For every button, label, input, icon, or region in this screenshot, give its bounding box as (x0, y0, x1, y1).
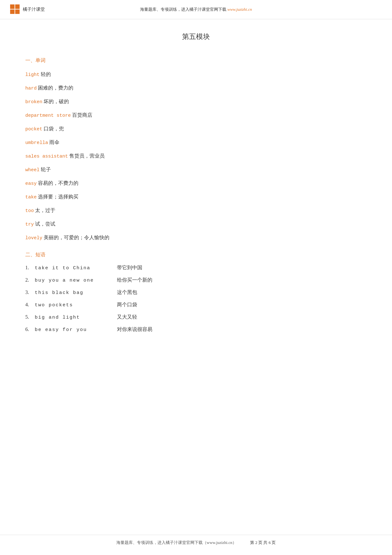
vocab-english-1: hard (25, 86, 37, 91)
svg-rect-0 (10, 4, 15, 9)
phrase-item: 5. big and light 又大又轻 (25, 314, 367, 321)
header-tagline: 海量题库、专项训练，进入橘子汁课堂官网下载 www.juzizhi.cn (140, 7, 252, 12)
footer-page-info: 第 2 页 共 6 页 (250, 540, 276, 545)
vocab-item: broken 坏的，破的 (25, 97, 367, 106)
vocab-item: wheel 轮子 (25, 165, 367, 174)
vocab-chinese-7: 轮子 (41, 167, 51, 172)
phrase-num-5: 6. (25, 327, 35, 332)
vocab-english-6: sales assistant (25, 154, 68, 159)
page-title: 第五模块 (25, 32, 367, 41)
phrase-english-2: this black bag (35, 290, 111, 296)
vocab-item: too 太，过于 (25, 206, 367, 215)
vocab-item: department store 百货商店 (25, 111, 367, 120)
vocab-english-10: too (25, 208, 34, 214)
logo-text: 橘子汁课堂 (23, 7, 45, 12)
phrase-item: 2. buy you a new one 给你买一个新的 (25, 277, 367, 284)
phrase-chinese-5: 对你来说很容易 (117, 326, 152, 333)
phrase-english-5: be easy for you (35, 327, 111, 333)
phrase-num-2: 3. (25, 290, 35, 295)
header-website: www.juzizhi.cn (227, 7, 252, 12)
vocab-item: umbrella 雨伞 (25, 138, 367, 147)
vocab-english-4: pocket (25, 127, 42, 132)
page-footer: 海量题库、专项训练，进入橘子汁课堂官网下载（www.juzizhi.cn） 第 … (0, 535, 392, 546)
vocab-english-0: light (25, 72, 40, 78)
vocab-english-11: try (25, 222, 34, 227)
vocab-chinese-6: 售货员，营业员 (69, 153, 105, 159)
phrase-chinese-0: 带它到中国 (117, 265, 142, 271)
phrase-english-3: two pockets (35, 302, 111, 308)
vocab-item: pocket 口袋，兜 (25, 125, 367, 133)
vocab-item: easy 容易的，不费力的 (25, 179, 367, 188)
phrase-num-3: 4. (25, 302, 35, 308)
logo-area: 橘子汁课堂 (9, 4, 45, 15)
svg-rect-1 (15, 4, 20, 9)
logo-icon (9, 4, 21, 15)
vocab-chinese-9: 选择要；选择购买 (38, 194, 78, 199)
footer-tagline: 海量题库、专项训练，进入橘子汁课堂官网下载（www.juzizhi.cn） (116, 540, 236, 545)
phrase-num-1: 2. (25, 277, 35, 283)
vocab-chinese-11: 试，尝试 (35, 221, 55, 227)
vocab-english-8: easy (25, 181, 37, 186)
phrase-chinese-2: 这个黑包 (117, 289, 137, 296)
svg-rect-2 (10, 9, 15, 14)
header-tagline-text: 海量题库、专项训练，进入橘子汁课堂官网下载 (140, 7, 226, 12)
vocab-english-5: umbrella (25, 140, 48, 146)
phrase-english-0: take it to China (35, 265, 111, 271)
phrase-num-0: 1. (25, 265, 35, 271)
phrases-list: 1. take it to China 带它到中国 2. buy you a n… (25, 265, 367, 333)
section2-header: 二、短语 (25, 252, 367, 258)
vocabulary-section: 一、单词 light 轻的hard 困难的，费力的broken 坏的，破的dep… (25, 57, 367, 242)
phrase-item: 1. take it to China 带它到中国 (25, 265, 367, 271)
phrase-english-1: buy you a new one (35, 278, 111, 283)
phrase-chinese-4: 又大又轻 (117, 314, 137, 321)
vocab-english-2: broken (25, 99, 42, 105)
vocab-chinese-0: 轻的 (41, 72, 51, 77)
phrase-num-4: 5. (25, 314, 35, 320)
vocab-item: take 选择要；选择购买 (25, 193, 367, 201)
vocab-chinese-10: 太，过于 (35, 208, 55, 213)
phrase-chinese-1: 给你买一个新的 (117, 277, 152, 284)
svg-rect-3 (15, 9, 20, 14)
phrases-section: 二、短语 1. take it to China 带它到中国 2. buy yo… (25, 252, 367, 333)
vocab-english-12: lovely (25, 235, 42, 241)
phrase-chinese-3: 两个口袋 (117, 302, 137, 308)
vocab-chinese-12: 美丽的，可爱的；令人愉快的 (44, 235, 109, 240)
vocab-english-7: wheel (25, 167, 40, 173)
vocab-chinese-5: 雨伞 (49, 140, 59, 145)
vocab-item: try 试，尝试 (25, 220, 367, 228)
phrase-item: 3. this black bag 这个黑包 (25, 289, 367, 296)
vocab-english-3: department store (25, 113, 71, 118)
vocab-item: light 轻的 (25, 70, 367, 79)
main-content: 第五模块 一、单词 light 轻的hard 困难的，费力的broken 坏的，… (0, 19, 392, 364)
vocab-chinese-1: 困难的，费力的 (38, 85, 73, 90)
phrase-item: 6. be easy for you 对你来说很容易 (25, 326, 367, 333)
vocab-chinese-4: 口袋，兜 (44, 126, 64, 131)
vocab-item: sales assistant 售货员，营业员 (25, 152, 367, 160)
vocab-chinese-2: 坏的，破的 (44, 99, 69, 104)
phrase-english-4: big and light (35, 315, 111, 320)
vocabulary-list: light 轻的hard 困难的，费力的broken 坏的，破的departme… (25, 70, 367, 242)
vocab-item: lovely 美丽的，可爱的；令人愉快的 (25, 234, 367, 242)
vocab-english-9: take (25, 195, 37, 200)
section1-header: 一、单词 (25, 57, 367, 64)
phrase-item: 4. two pockets 两个口袋 (25, 302, 367, 308)
vocab-chinese-3: 百货商店 (72, 112, 92, 118)
vocab-item: hard 困难的，费力的 (25, 84, 367, 92)
vocab-chinese-8: 容易的，不费力的 (38, 180, 78, 186)
page-header: 橘子汁课堂 海量题库、专项训练，进入橘子汁课堂官网下载 www.juzizhi.… (0, 0, 392, 19)
